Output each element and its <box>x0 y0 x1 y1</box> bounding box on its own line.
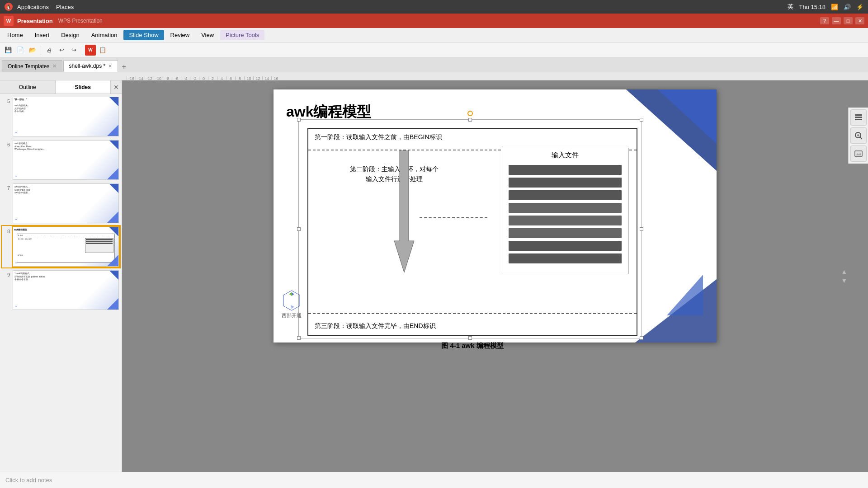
slide-img-6: awk基础概念Alfred Aho, PeterWeinberger, Bria… <box>13 140 119 180</box>
undo-btn[interactable]: ↩ <box>56 45 67 56</box>
template-btn[interactable]: 📋 <box>97 45 108 56</box>
handle-mr[interactable] <box>640 227 643 231</box>
slide-thumb-9[interactable]: 9 1.awk调用格式$Place所有实际 pattern action各种命令… <box>2 269 120 311</box>
open-btn[interactable]: 📂 <box>27 45 38 56</box>
svg-rect-1 <box>855 117 862 118</box>
help-btn[interactable]: ? <box>820 17 829 24</box>
tab-online-templates[interactable]: Online Templates ✕ <box>2 60 62 72</box>
close-btn[interactable]: ✕ <box>855 17 864 24</box>
distro-icon: 🐧 <box>5 3 13 11</box>
slide-canvas[interactable]: awk编程模型 第一阶段：读取输入文件之前，由BEGIN标识 <box>274 89 717 343</box>
ruler-mark: -12 <box>145 76 154 80</box>
panel-close-btn[interactable]: ✕ <box>111 80 122 94</box>
wps-icon-btn[interactable]: W <box>85 45 96 56</box>
thumb-file-line <box>86 239 113 240</box>
minimize-btn[interactable]: — <box>832 17 841 24</box>
slide-thumb-8[interactable]: 8 awk编程模型 第一阶段 第二阶段：主输入循环 <box>2 226 120 267</box>
menu-home[interactable]: Home <box>2 30 28 40</box>
thumb-tri-br-9 <box>107 298 118 310</box>
slide-num-7: 7 <box>3 183 10 191</box>
ruler-mark: -16 <box>127 76 136 80</box>
canvas-area[interactable]: awk编程模型 第一阶段：读取输入文件之前，由BEGIN标识 <box>122 80 868 472</box>
image-btn[interactable] <box>850 145 867 162</box>
menu-insert[interactable]: Insert <box>29 30 55 40</box>
thumb-tri-tr-7 <box>109 184 118 193</box>
dashed-connector <box>420 217 487 218</box>
menu-picture-tools[interactable]: Picture Tools <box>220 30 264 40</box>
zoom-icon <box>854 131 863 140</box>
ruler-mark: -4 <box>181 76 190 80</box>
tab-shell-awk-label: shell-awk.dps * <box>69 63 106 69</box>
handle-tl[interactable] <box>297 118 301 122</box>
thumb-logo-9: ✦ <box>15 305 17 308</box>
thumb-logo-5: ✦ <box>15 131 17 134</box>
tab-online-templates-close[interactable]: ✕ <box>52 63 57 69</box>
arrow-down-icon[interactable]: ▼ <box>841 277 847 284</box>
thumb-diag-file <box>85 238 113 253</box>
file-line-4 <box>509 203 622 213</box>
input-method[interactable]: 英 <box>788 3 793 11</box>
canvas-right-arrows: ▲ ▼ <box>841 268 847 284</box>
diagram-container: 第一阶段：读取输入文件之前，由BEGIN标识 第二阶段：主输入循环，对每个 输入… <box>307 128 637 336</box>
layers-btn[interactable] <box>850 109 867 126</box>
handle-ml[interactable] <box>297 227 301 231</box>
tab-add-btn[interactable]: + <box>119 62 129 72</box>
file-line-7 <box>509 241 622 251</box>
slides-tab[interactable]: Slides <box>56 80 111 94</box>
ruler-mark: 16 <box>271 76 280 80</box>
svg-rect-2 <box>855 119 862 120</box>
menu-slideshow[interactable]: Slide Show <box>123 30 164 40</box>
ruler-mark: -6 <box>172 76 181 80</box>
handle-br[interactable] <box>640 336 643 340</box>
menu-review[interactable]: Review <box>165 30 195 40</box>
applications-menu[interactable]: Applications <box>14 3 52 11</box>
thumb-logo-7: ✦ <box>15 218 17 221</box>
new-btn[interactable]: 📄 <box>15 45 26 56</box>
print-btn[interactable]: 🖨 <box>44 45 55 56</box>
slide-thumb-5[interactable]: 5 "第一部分..." awk内容相关文字行内容命令示例... ✦ <box>2 96 120 137</box>
thumb-logo-6: ✦ <box>15 174 17 178</box>
slide-img-9: 1.awk调用格式$Place所有实际 pattern action各种命令示例… <box>13 270 119 310</box>
outline-tab[interactable]: Outline <box>0 80 56 94</box>
handle-bc[interactable] <box>468 336 472 340</box>
maximize-btn[interactable]: □ <box>844 17 853 24</box>
ruler-mark: -10 <box>154 76 163 80</box>
thumb-file-line <box>86 243 113 244</box>
handle-tr[interactable] <box>640 118 643 122</box>
places-menu[interactable]: Places <box>53 3 76 11</box>
logo-text: 西部开通 <box>282 312 302 319</box>
zoom-in-btn[interactable] <box>850 127 867 144</box>
deco-tri-4 <box>667 275 703 315</box>
right-toolbar <box>848 108 868 164</box>
thumb-text-6: awk基础概念Alfred Aho, PeterWeinberger, Bria… <box>13 141 118 152</box>
main-area: Outline Slides ✕ 5 "第一部分..." awk内容相关文字行内… <box>0 80 868 472</box>
svg-marker-14 <box>291 305 294 309</box>
file-line-3 <box>509 190 622 200</box>
file-line-1 <box>509 165 622 175</box>
rotate-handle[interactable] <box>467 111 473 116</box>
handle-tc[interactable] <box>468 118 472 122</box>
thumb-title-8: awk编程模型 <box>13 227 118 232</box>
thumb-tri-tr-8 <box>109 227 118 236</box>
menu-design[interactable]: Design <box>56 30 85 40</box>
app-title-bar: W Presentation WPS Presentation ? — □ ✕ <box>0 14 868 28</box>
svg-rect-0 <box>855 114 862 116</box>
slide-thumb-content-6: awk基础概念Alfred Aho, PeterWeinberger, Bria… <box>13 141 118 179</box>
toolbar-sep-2 <box>82 46 82 55</box>
menu-view[interactable]: View <box>196 30 219 40</box>
redo-btn[interactable]: ↪ <box>68 45 79 56</box>
slide-thumb-6[interactable]: 6 awk基础概念Alfred Aho, PeterWeinberger, Br… <box>2 139 120 181</box>
toolbar: 💾 📄 📂 🖨 ↩ ↪ W 📋 <box>0 42 868 58</box>
tab-shell-awk[interactable]: shell-awk.dps * ✕ <box>63 60 118 72</box>
save-btn[interactable]: 💾 <box>3 45 14 56</box>
slides-list[interactable]: 5 "第一部分..." awk内容相关文字行内容命令示例... ✦ 6 <box>0 94 122 472</box>
slide-thumb-7[interactable]: 7 awk调用格式...Stdin input loopawk命令使用... ✦ <box>2 183 120 224</box>
handle-bl[interactable] <box>297 336 301 340</box>
system-bar-left: 🐧 Applications Places <box>5 3 76 11</box>
wps-deco-logo <box>283 290 301 311</box>
menu-animation[interactable]: Animation <box>86 30 123 40</box>
tab-shell-awk-close[interactable]: ✕ <box>108 63 112 69</box>
notes-bar[interactable]: Click to add notes <box>0 472 868 488</box>
arrow-up-icon[interactable]: ▲ <box>841 268 847 275</box>
clock: Thu 15:18 <box>799 4 826 10</box>
